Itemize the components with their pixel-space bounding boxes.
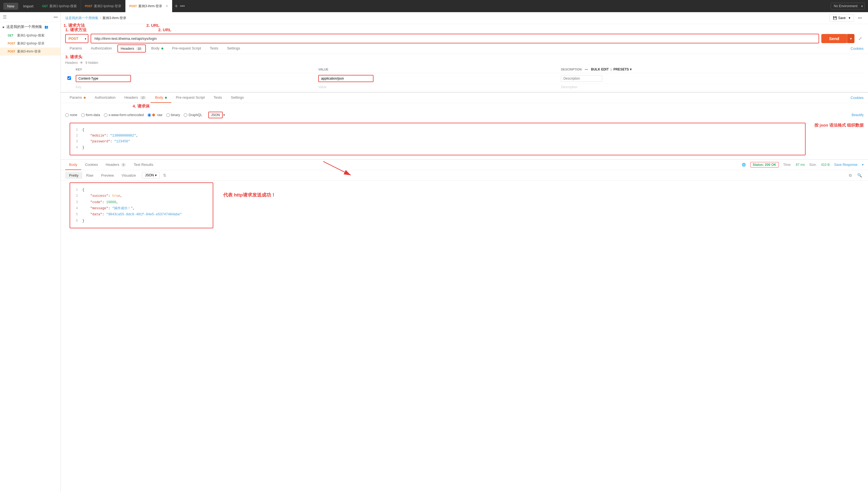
response-tab-headers[interactable]: Headers 8 (102, 160, 130, 170)
tab-case1[interactable]: GET 案例1-tpshop-搜索 (39, 0, 81, 12)
header-desc-input-1[interactable] (561, 75, 602, 82)
format-tab-raw[interactable]: Raw (82, 172, 97, 179)
send-dropdown-button[interactable]: ▾ (847, 34, 854, 43)
body-tab-settings[interactable]: Settings (227, 93, 248, 103)
save-response-button[interactable]: Save Response (834, 163, 858, 167)
search-response-button[interactable]: 🔍 (856, 172, 864, 179)
radio-graphql[interactable]: GraphQL (184, 113, 202, 117)
tab-name-2: 案例2-tpshop-登录 (94, 4, 121, 8)
tab-authorization[interactable]: Authorization (86, 43, 116, 54)
import-button[interactable]: Import (21, 3, 36, 10)
more-options-button[interactable]: ••• (856, 15, 864, 21)
response-format-bar: Pretty Raw Preview Visualize JSON ▾ ⇅ ⧉ … (61, 170, 868, 181)
response-tab-cookies[interactable]: Cookies (81, 160, 102, 170)
new-tab-icon[interactable]: + (175, 3, 178, 9)
url-input-box (91, 34, 819, 43)
radio-none-input[interactable] (65, 113, 69, 117)
th-key: KEY (74, 66, 316, 73)
presets-dropdown-icon[interactable]: ▾ (630, 68, 632, 71)
breadcrumb-parent[interactable]: 这是我的第一个用例集 (65, 16, 98, 21)
radio-graphql-input[interactable] (184, 113, 187, 117)
th-separator: | (611, 68, 611, 71)
tab-tests[interactable]: Tests (206, 43, 223, 54)
json-format-button[interactable]: JSON (208, 112, 223, 118)
more-tabs-icon[interactable]: ••• (180, 4, 185, 8)
new-button[interactable]: New (3, 3, 18, 10)
tab-case3[interactable]: POST 案例3-ihrm-登录 ✕ (125, 0, 172, 12)
radio-group: none form-data x-www-form-urlencoded raw… (61, 109, 868, 121)
body-tab-nav: Params Authorization Headers 10 Body Pre… (61, 93, 868, 103)
header-key-input-1[interactable] (76, 75, 131, 82)
tab-pre-request[interactable]: Pre-request Script (168, 43, 206, 54)
expand-button[interactable]: ⤢ (857, 35, 864, 42)
sidebar-item-case3[interactable]: POST 案例3-ihrm-登录 (0, 48, 60, 55)
sidebar-item-case2[interactable]: POST 案例2-tpshop-登录 (0, 40, 60, 48)
copy-response-button[interactable]: ⧉ (847, 172, 853, 179)
save-dropdown-icon[interactable]: ▾ (847, 16, 850, 20)
save-button[interactable]: 💾 Save ▾ (829, 15, 854, 22)
radio-urlencoded-label: x-www-form-urlencoded (108, 113, 144, 117)
top-bar: New Import GET 案例1-tpshop-搜索 POST 案例2-tp… (0, 0, 868, 12)
radio-raw[interactable]: raw (148, 113, 162, 117)
beautify-link[interactable]: Beautify (852, 113, 864, 117)
format-tab-visualize[interactable]: Visualize (118, 172, 140, 179)
response-format-button[interactable]: JSON ▾ (142, 172, 160, 178)
body-code-line-2: 2 "mobile": "13800000002", (70, 133, 805, 139)
format-tab-preview[interactable]: Preview (97, 172, 118, 179)
body-tab-tests[interactable]: Tests (209, 93, 226, 103)
save-response-dropdown[interactable]: ▾ (862, 163, 864, 167)
radio-none[interactable]: none (65, 113, 77, 117)
body-code-line-4: 4 } (70, 145, 805, 151)
body-tab-pre[interactable]: Pre-request Script (171, 93, 209, 103)
method-select[interactable]: POST GET (66, 34, 88, 43)
tab-body[interactable]: Body (147, 43, 168, 54)
radio-binary-input[interactable] (166, 113, 170, 117)
response-tab-body[interactable]: Body (65, 160, 81, 170)
sidebar-menu-icon[interactable]: ☰ (3, 15, 7, 20)
body-cookies-link[interactable]: Cookies (850, 96, 864, 100)
format-tab-pretty[interactable]: Pretty (65, 172, 82, 179)
filter-icon[interactable]: ⇅ (161, 172, 168, 178)
send-button[interactable]: Send (821, 34, 847, 43)
radio-binary[interactable]: binary (166, 113, 180, 117)
env-wrapper: No Environment (831, 3, 865, 9)
response-meta: 🌐 Status: 200 OK Time: 87 ms Size: 410 B… (742, 162, 864, 168)
tab-settings[interactable]: Settings (223, 43, 245, 54)
body-tab-headers[interactable]: Headers 10 (120, 93, 151, 103)
eye-icon: 👁 (80, 61, 83, 65)
response-tab-test-results[interactable]: Test Results (130, 160, 157, 170)
radio-raw-dot (152, 114, 155, 116)
tab-close-icon[interactable]: ✕ (165, 4, 168, 8)
json-dropdown-icon[interactable]: ▾ (223, 113, 225, 117)
body-tab-params[interactable]: Params (65, 93, 90, 103)
presets-button[interactable]: Presets ▾ (613, 68, 631, 71)
th-more-icon[interactable]: ••• (585, 68, 588, 71)
sidebar-more-icon[interactable]: ••• (54, 15, 58, 19)
cookies-link[interactable]: Cookies (850, 46, 864, 51)
request-row: POST GET ▾ Send ▾ ⤢ (65, 34, 864, 43)
header-row-1 (65, 73, 864, 84)
annotation-success-tip: 代表 http请求发送成功！ (223, 181, 276, 230)
tab-headers[interactable]: Headers 10 (118, 45, 146, 52)
header-value-cell-1 (316, 73, 559, 84)
tab-case2[interactable]: POST 案例2-tpshop-登录 (81, 0, 125, 12)
method-select-wrapper: POST GET ▾ (65, 34, 88, 43)
bulk-edit-button[interactable]: Bulk Edit (591, 68, 609, 71)
radio-form-data-input[interactable] (81, 113, 85, 117)
body-tab-body[interactable]: Body (151, 93, 171, 103)
body-tab-authorization[interactable]: Authorization (90, 93, 120, 103)
header-checkbox-1[interactable] (65, 73, 74, 84)
radio-raw-input[interactable] (148, 113, 151, 117)
response-format-dropdown[interactable]: ▾ (155, 173, 157, 177)
header-checkbox-input-1[interactable] (68, 76, 71, 80)
radio-form-data[interactable]: form-data (81, 113, 100, 117)
url-input[interactable] (91, 34, 819, 43)
sidebar-collection[interactable]: ▸ 这是我的第一个用例集 👥 (0, 22, 60, 31)
tab-params[interactable]: Params (65, 43, 86, 54)
header-desc-cell-2: Description (559, 84, 864, 90)
sidebar-item-case1[interactable]: GET 案例1-tpshop-搜索 (0, 31, 60, 40)
env-select[interactable]: No Environment (831, 3, 865, 9)
radio-urlencoded-input[interactable] (104, 113, 107, 117)
radio-urlencoded[interactable]: x-www-form-urlencoded (104, 113, 144, 117)
header-value-input-1[interactable] (318, 75, 374, 82)
